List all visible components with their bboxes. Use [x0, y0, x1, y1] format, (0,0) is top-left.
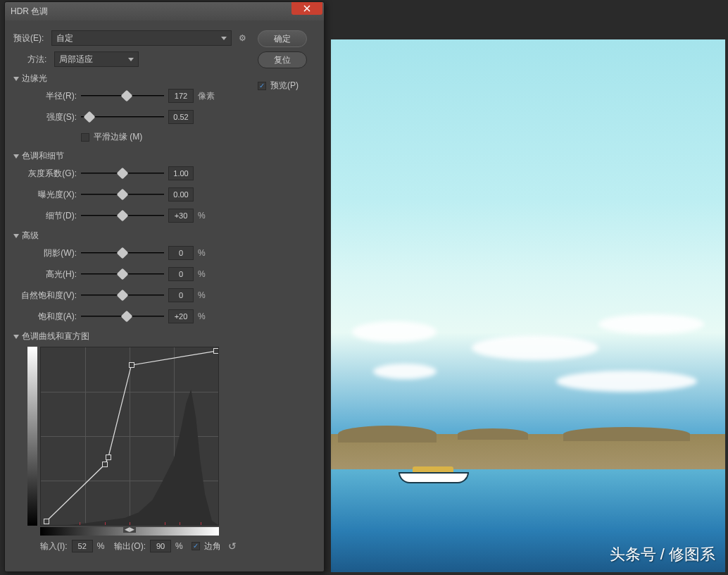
vibrance-slider[interactable] — [81, 295, 164, 296]
radius-input[interactable] — [168, 89, 194, 103]
reset-curve-icon[interactable]: ↺ — [228, 540, 237, 552]
highlight-input[interactable] — [168, 267, 194, 281]
preset-dropdown[interactable]: 自定 — [51, 30, 232, 46]
strength-label: 强度(S): — [13, 111, 77, 123]
section-curve[interactable]: 色调曲线和直方图 — [13, 330, 249, 342]
detail-slider[interactable] — [81, 215, 164, 216]
detail-input[interactable] — [168, 209, 194, 223]
section-advanced[interactable]: 高级 — [13, 230, 249, 242]
image-preview: 头条号 / 修图系 — [331, 39, 725, 572]
highlight-slider[interactable] — [81, 273, 164, 275]
boat — [398, 462, 469, 483]
vertical-gradient — [27, 347, 37, 526]
shadow-input[interactable] — [168, 246, 194, 260]
chevron-down-icon — [13, 335, 19, 339]
vibrance-input[interactable] — [168, 288, 194, 302]
gamma-slider[interactable] — [81, 173, 164, 174]
highlight-label: 高光(H): — [13, 268, 77, 280]
corner-label: 边角 — [204, 540, 221, 552]
reset-button[interactable]: 复位 — [258, 51, 307, 68]
preset-label: 预设(E): — [13, 32, 47, 44]
gamma-label: 灰度系数(G): — [13, 168, 77, 180]
strength-slider[interactable] — [81, 116, 164, 118]
chevron-down-icon — [13, 154, 19, 159]
exposure-input[interactable] — [168, 187, 194, 202]
saturation-slider[interactable] — [81, 316, 164, 317]
island — [331, 434, 725, 469]
curve-point[interactable] — [213, 348, 219, 354]
curve-input-value[interactable] — [72, 540, 93, 552]
curve-output-label: 输出(O): — [114, 540, 146, 552]
curve-editor[interactable] — [40, 347, 219, 526]
curve-input-label: 输入(I): — [40, 540, 68, 552]
preview-label: 预览(P) — [270, 80, 299, 92]
curve-output-value[interactable] — [150, 540, 171, 552]
chevron-down-icon — [13, 234, 19, 238]
smooth-edges-label: 平滑边缘 (M) — [94, 131, 142, 143]
method-label: 方法: — [27, 54, 50, 66]
vibrance-label: 自然饱和度(V): — [13, 290, 77, 302]
strength-input[interactable] — [168, 110, 194, 124]
ok-button[interactable]: 确定 — [258, 30, 307, 47]
gamma-input[interactable] — [168, 166, 194, 180]
chevron-down-icon — [13, 77, 19, 81]
detail-label: 细节(D): — [13, 210, 77, 222]
tone-curve — [41, 347, 218, 525]
curve-point[interactable] — [102, 462, 108, 467]
shadow-slider[interactable] — [81, 252, 164, 254]
clouds — [331, 321, 725, 420]
saturation-input[interactable] — [168, 309, 194, 323]
saturation-label: 饱和度(A): — [13, 311, 77, 323]
method-dropdown[interactable]: 局部适应 — [54, 51, 139, 67]
slider-arrows-icon[interactable]: ◀▶ — [123, 526, 136, 533]
section-tone-detail[interactable]: 色调和细节 — [13, 150, 249, 162]
exposure-slider[interactable] — [81, 194, 164, 195]
close-button[interactable] — [291, 2, 322, 15]
titlebar[interactable]: HDR 色调 — [5, 2, 324, 20]
corner-checkbox[interactable] — [192, 542, 200, 550]
radius-slider[interactable] — [81, 95, 164, 97]
shadow-label: 阴影(W): — [13, 247, 77, 259]
close-icon — [303, 5, 310, 12]
dialog-title: HDR 色调 — [11, 6, 48, 18]
exposure-label: 曝光度(X): — [13, 189, 77, 201]
smooth-edges-checkbox[interactable] — [81, 133, 89, 142]
watermark: 头条号 / 修图系 — [610, 544, 715, 565]
hdr-toning-dialog: HDR 色调 预设(E): 自定 ⚙ 方法: 局部适应 — [4, 1, 325, 572]
preview-checkbox[interactable] — [258, 82, 266, 90]
curve-point[interactable] — [129, 362, 134, 368]
radius-label: 半径(R): — [13, 90, 77, 102]
curve-point[interactable] — [106, 455, 111, 460]
horizontal-gradient: ◀▶ — [40, 527, 219, 536]
gear-icon[interactable]: ⚙ — [236, 33, 249, 43]
section-edge-glow[interactable]: 边缘光 — [13, 73, 249, 85]
